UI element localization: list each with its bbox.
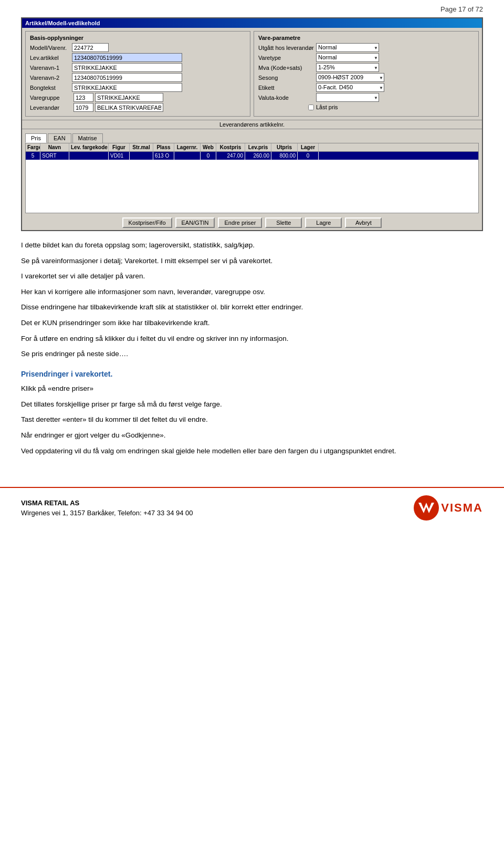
form-row-varetype: Varetype Normal (258, 53, 474, 62)
paragraph-1: I dette bildet kan du foreta oppslag som… (21, 240, 483, 251)
footer-company: VISMA RETAIL AS (21, 498, 193, 508)
left-panel-title: Basis-opplysninger (30, 35, 246, 41)
paragraph-8: Se pris endringer på neste side…. (21, 348, 483, 360)
select-wrapper-varetype: Normal (316, 53, 379, 62)
btn-kostpriser[interactable]: Kostpriser/Fifo (122, 217, 172, 228)
cell-figur: VD01 (109, 152, 130, 160)
cell-utpris: 800.00 (271, 152, 298, 160)
cell-kostpris: 247.00 (216, 152, 245, 160)
sub-paragraph-5: Ved oppdatering vil du få valg om endrin… (21, 445, 483, 457)
label-etikett: Etikett (258, 85, 316, 91)
btn-avbryt[interactable]: Avbryt (345, 217, 382, 228)
select-wrapper-sesong: 0909-HØST 2009 (316, 73, 384, 82)
grid-empty-space (26, 160, 478, 213)
form-row-leverandor: Leverandør (30, 103, 246, 112)
dialog-window: Artikkel/Modell-vedlikehold Basis-opplys… (21, 17, 483, 231)
input-varenavn2[interactable] (72, 73, 182, 82)
label-modell: Modell/Varenr. (30, 45, 72, 51)
footer: VISMA RETAIL AS Wirgenes vei 1, 3157 Bar… (0, 487, 504, 521)
col-header-figur: Figur (109, 143, 130, 151)
tab-ean[interactable]: EAN (48, 133, 71, 143)
form-row-varenavn1: Varenavn-1 (30, 63, 246, 72)
svg-marker-0 (418, 503, 434, 513)
select-valuta[interactable] (316, 93, 379, 102)
col-header-plass: Plass (153, 143, 174, 151)
form-row-modell: Modell/Varenr. (30, 43, 246, 52)
select-etikett[interactable]: 0-Facit. D450 (316, 83, 384, 92)
col-header-strmal: Str.mal (130, 143, 153, 151)
tab-pris[interactable]: Pris (25, 133, 47, 143)
btn-lagre[interactable]: Lagre (305, 217, 342, 228)
btn-endre-priser[interactable]: Endre priser (218, 217, 262, 228)
select-wrapper-valuta (316, 93, 379, 102)
prisendringer-section: Prisendringer i varekortet. Klikk på «en… (21, 368, 483, 456)
label-sesong: Sesong (258, 75, 316, 81)
page-number: Page 17 of 72 (440, 5, 483, 13)
select-utgatt[interactable]: Normal (316, 43, 379, 52)
label-valuta: Valuta-kode (258, 95, 316, 101)
select-wrapper-etikett: 0-Facit. D450 (316, 83, 384, 92)
visma-logo: VISMA (414, 495, 483, 521)
grid-header: Farge Navn Lev. fargekode Figur Str.mal … (26, 143, 478, 152)
label-mva: Mva (Kode+sats) (258, 65, 316, 71)
lev-bar-label: Leverandørens artikkelnr. (219, 121, 285, 128)
sub-paragraph-4: Når endringer er gjort velger du «Godkje… (21, 430, 483, 441)
checkbox-row-last-pris: Låst pris (308, 104, 474, 110)
text-section: I dette bildet kan du foreta oppslag som… (21, 240, 483, 360)
select-wrapper-utgatt: Normal (316, 43, 379, 52)
col-header-lev: Lev. fargekode (69, 143, 109, 151)
select-mva[interactable]: 1-25% (316, 63, 379, 72)
lev-bar: Leverandørens artikkelnr. (22, 120, 482, 129)
input-varenavn1[interactable] (72, 63, 182, 72)
col-header-levpris: Lev.pris (245, 143, 271, 151)
input-leverandor-name[interactable] (95, 103, 163, 112)
col-header-navn: Navn (40, 143, 69, 151)
cell-lev (69, 152, 109, 160)
paragraph-3: I varekortet ser vi alle detaljer på var… (21, 271, 483, 282)
tabs-row: Pris EAN Matrise (22, 131, 482, 143)
cell-strmal (130, 152, 153, 160)
cell-web: 0 (201, 152, 216, 160)
btn-slette[interactable]: Slette (265, 217, 302, 228)
footer-address: Wirgenes vei 1, 3157 Barkåker, Telefon: … (21, 508, 193, 518)
sub-paragraph-1: Klikk på «endre priser» (21, 383, 483, 394)
left-panel: Basis-opplysninger Modell/Varenr. Lev.ar… (25, 31, 250, 117)
sub-paragraph-2: Det tillates forskjellige priser pr farg… (21, 399, 483, 410)
form-row-sesong: Sesong 0909-HØST 2009 (258, 73, 474, 82)
col-header-farge: Farge (26, 143, 40, 151)
form-row-valuta: Valuta-kode (258, 93, 474, 102)
form-row-bongtekst: Bongtekst (30, 83, 246, 92)
label-varenavn2: Varenavn-2 (30, 75, 72, 81)
cell-navn: SORT (40, 152, 69, 160)
form-row-mva: Mva (Kode+sats) 1-25% (258, 63, 474, 72)
btn-ean-gtin[interactable]: EAN/GTIN (175, 217, 215, 228)
label-varenavn1: Varenavn-1 (30, 65, 72, 71)
select-varetype[interactable]: Normal (316, 53, 379, 62)
col-header-lagernr: Lagernr. (174, 143, 201, 151)
label-lev-artikkel: Lev.artikkel (30, 55, 72, 61)
input-varegruppe-name[interactable] (95, 93, 163, 102)
col-header-utpris: Utpris (271, 143, 298, 151)
dialog-body: Basis-opplysninger Modell/Varenr. Lev.ar… (22, 28, 482, 120)
label-varegruppe: Varegruppe (30, 95, 72, 101)
cell-levpris: 260.00 (245, 152, 271, 160)
grid-container: Farge Navn Lev. fargekode Figur Str.mal … (25, 143, 479, 213)
input-leverandor-id[interactable] (74, 103, 93, 112)
cell-lagernr (174, 152, 201, 160)
select-sesong[interactable]: 0909-HØST 2009 (316, 73, 384, 82)
tab-matrise[interactable]: Matrise (72, 133, 103, 143)
input-modell[interactable] (72, 43, 109, 52)
page-header: Page 17 of 72 (0, 0, 504, 17)
paragraph-5: Disse endringene har tilbakevirkende kra… (21, 301, 483, 313)
cell-plass: 613 O (153, 152, 174, 160)
form-row-etikett: Etikett 0-Facit. D450 (258, 83, 474, 92)
dialog-titlebar: Artikkel/Modell-vedlikehold (22, 18, 482, 28)
input-bongtekst[interactable] (72, 83, 182, 92)
paragraph-6: Det er KUN prisendringer som ikke har ti… (21, 317, 483, 329)
checkbox-last-pris[interactable] (308, 105, 314, 110)
table-row[interactable]: 5 SORT VD01 613 O 0 247.00 260.00 800.00… (26, 152, 478, 160)
form-row-varegruppe: Varegruppe (30, 93, 246, 102)
form-row-lev-artikkel: Lev.artikkel (30, 53, 246, 62)
input-varegruppe-id[interactable] (74, 93, 93, 102)
input-lev-artikkel[interactable] (72, 53, 182, 62)
